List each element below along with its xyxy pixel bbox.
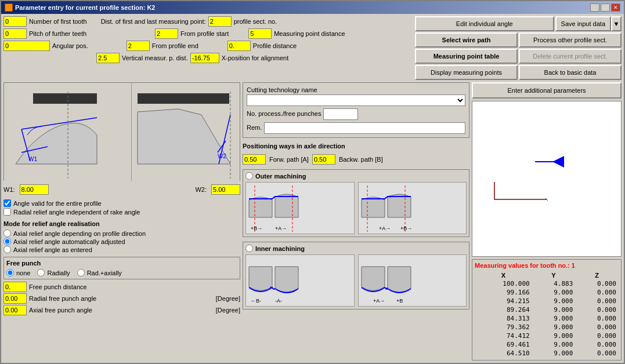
outer-diagram-2: +A→ +B→ (358, 182, 467, 234)
param-row-2: Pitch of further teeth From profile star… (3, 28, 413, 39)
table-row: 100.0004.8830.000 (475, 279, 619, 288)
table-row: 79.3629.0000.000 (475, 323, 619, 332)
back-to-basic-button[interactable]: Back to basic data (519, 65, 622, 80)
edit-individual-angle-button[interactable]: Edit individual angle (415, 16, 554, 31)
measuring-values-table: X Y Z 100.0004.8830.00099.1669.0000.0009… (475, 271, 619, 358)
forw-path-input[interactable] (243, 154, 266, 165)
free-punch-section: Free punch none Radially Rad.+axially (3, 257, 240, 279)
mv-header-x: X (475, 271, 532, 279)
fp-radially-label: Radially (47, 270, 70, 276)
svg-text:+A→: +A→ (373, 298, 385, 304)
close-button[interactable]: ✕ (611, 3, 620, 12)
bottom-inputs: Free punch distance Radial free punch an… (3, 282, 240, 315)
outer-machining-label: Outer machining (245, 172, 467, 180)
angles-row: W1: W2: (3, 183, 240, 196)
radial-angle-label: Radial free punch angle (29, 295, 214, 302)
fp-rad-axially-label: Rad.+axially (87, 270, 122, 276)
inner-machining-radio[interactable] (245, 245, 253, 252)
measuring-point-table-button[interactable]: Measuring point table (415, 49, 518, 64)
fp-none-label: none (16, 270, 30, 276)
positioning-label: Positioning ways in axle direction (243, 143, 469, 150)
fp-none-radio[interactable] (6, 269, 14, 276)
preview-svg (477, 136, 616, 223)
svg-text:←B-: ←B- (251, 298, 261, 304)
dist-label: Dist. of first and last measuring point: (101, 18, 206, 25)
inner-machining-label: Inner machining (245, 245, 467, 252)
forw-label: Forw. path [A] (269, 156, 309, 163)
enter-additional-params-button[interactable]: Enter additional parameters (472, 82, 622, 99)
btn-row-1: Edit individual angle Save input data ▼ (415, 16, 622, 31)
w1-input[interactable] (20, 184, 49, 195)
axial-angle-input[interactable] (3, 305, 27, 315)
svg-text:+B→: +B→ (400, 225, 412, 231)
mode-radio-2[interactable] (3, 246, 11, 253)
process-other-button[interactable]: Process other profile sect. (519, 32, 622, 48)
cutting-tech-select[interactable] (247, 94, 465, 106)
radial-angle-input[interactable] (3, 293, 27, 304)
axial-angle-label: Axial free punch angle (29, 307, 214, 314)
outer-machining-diagrams: +B→ +A→ (245, 182, 467, 234)
backw-path-input[interactable] (312, 154, 335, 165)
table-row: 99.1669.0000.000 (475, 288, 619, 297)
angular-pos-label: Angular pos. (52, 42, 88, 49)
fp-radially: Radially (37, 269, 70, 276)
inner-diagram-2: +A→ +B (358, 254, 467, 307)
angle-valid-checkbox[interactable] (3, 199, 11, 207)
measuring-dist-label: Measuring point distance (274, 30, 345, 37)
from-end-label: From profile end (152, 42, 198, 49)
x-position-input[interactable] (190, 53, 219, 63)
table-row: 89.2649.0000.000 (475, 305, 619, 314)
minimize-button[interactable]: _ (590, 3, 599, 12)
first-tooth-input[interactable] (3, 16, 27, 27)
no-process-input[interactable] (323, 108, 358, 120)
inner-diagram-1: ←B- -A- (245, 254, 355, 307)
fp-distance-label: Free punch distance (29, 283, 240, 290)
from-end-input[interactable] (127, 41, 150, 51)
cb-radial-independent: Radial relief angle independent of rake … (3, 208, 240, 216)
display-measuring-button[interactable]: Display measuring points (415, 65, 518, 80)
dist-value-input[interactable] (208, 16, 232, 27)
mode-radio-0[interactable] (3, 230, 11, 237)
preview-area (472, 101, 622, 257)
profile-dist-input[interactable] (227, 41, 251, 51)
measuring-values-title: Measuring values for tooth no.: 1 (475, 262, 619, 269)
checkboxes-section: Angle valid for the entire profile Radia… (3, 198, 240, 217)
w1-label: W1: (3, 186, 15, 193)
vertical-input[interactable] (96, 53, 120, 63)
delete-current-button[interactable]: Delete current profile sect. (519, 49, 622, 64)
param-row-3: Angular pos. From profile end Profile di… (3, 41, 413, 51)
mode-label: Mode for relief angle realisation (3, 220, 240, 227)
angle-valid-label: Angle valid for the entire profile (13, 200, 102, 207)
outer-diagram-1: +B→ +A→ (245, 182, 355, 234)
measuring-values-section: Measuring values for tooth no.: 1 X Y Z (472, 259, 622, 361)
from-start-input[interactable] (155, 28, 178, 39)
table-row: 94.2159.0000.000 (475, 297, 619, 305)
outer-machining-radio[interactable] (245, 172, 253, 180)
pitch-input[interactable] (3, 28, 27, 39)
table-row: 64.5109.0000.000 (475, 349, 619, 358)
rem-input[interactable] (264, 122, 465, 134)
maximize-button[interactable]: □ (601, 3, 610, 12)
left-panel: Radial relief angle Axial relief angle (3, 82, 240, 361)
measuring-dist-input[interactable] (248, 28, 272, 39)
mode-radio-group: Axial relief angle depending on profile … (3, 230, 240, 253)
cutting-tech-section: Cutting technology name No. process./fre… (243, 82, 469, 138)
mode-radio-1[interactable] (3, 238, 11, 245)
tooth-no: 1 (572, 262, 575, 269)
save-input-data-button[interactable]: Save input data (555, 16, 611, 31)
params-area: Number of first tooth Dist. of first and… (3, 16, 413, 80)
mv-tbody: 100.0004.8830.00099.1669.0000.00094.2159… (475, 279, 619, 358)
fp-rad-axially-radio[interactable] (77, 269, 85, 276)
radial-svg: W1 (4, 83, 131, 181)
save-dropdown-arrow[interactable]: ▼ (611, 16, 622, 31)
angular-pos-input[interactable] (3, 41, 50, 51)
fp-distance-input[interactable] (3, 282, 27, 292)
w2-input[interactable] (211, 184, 240, 195)
fp-radially-radio[interactable] (37, 269, 45, 276)
radial-independent-checkbox[interactable] (3, 208, 11, 216)
select-wire-path-button[interactable]: Select wire path (415, 32, 518, 48)
cb-angle-valid: Angle valid for the entire profile (3, 199, 240, 207)
rem-label: Rem. (247, 124, 262, 131)
mode-label-1: Axial relief angle automatically adjuste… (13, 238, 125, 245)
table-row: 74.4129.0000.000 (475, 332, 619, 340)
